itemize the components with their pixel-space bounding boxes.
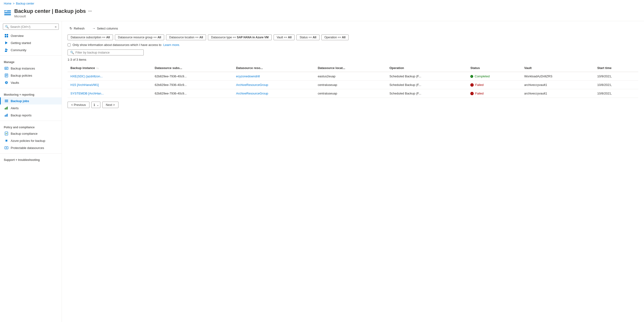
sidebar-item-vaults[interactable]: Vaults — [0, 79, 62, 86]
access-checkbox-row: Only show information about datasources … — [68, 43, 638, 47]
access-checkbox[interactable] — [68, 43, 71, 46]
policy-section-label: Policy and compliance — [0, 123, 62, 130]
sidebar-item-label: Vaults — [11, 81, 19, 84]
status-completed-icon: ✓ — [470, 75, 473, 78]
search-input[interactable] — [10, 25, 53, 28]
sidebar-item-label: Azure policies for backup — [11, 139, 45, 142]
item-count: 1-3 of 3 items — [68, 58, 638, 62]
collapse-sidebar-button[interactable]: « — [55, 25, 56, 28]
svg-point-9 — [7, 49, 8, 50]
col-datasource-subs[interactable]: Datasource subs... — [152, 64, 233, 72]
cell-datasource-locat: centraluseuap — [315, 89, 386, 98]
col-status[interactable]: Status — [468, 64, 521, 72]
page-header: Backup center | Backup jobs ··· Microsof… — [0, 7, 644, 21]
datasource-reso-link[interactable]: ArchiveResourceGroup — [236, 92, 268, 95]
sidebar-item-backup-reports[interactable]: Backup reports — [0, 112, 62, 119]
table-row: H15 [ArchHanaVM1] 62b829ee-7936-40c9... … — [68, 81, 638, 89]
filter-datasource-subscription[interactable]: Datasource subscription == All — [68, 34, 113, 40]
svg-rect-5 — [5, 36, 6, 37]
sidebar-item-label: Backup jobs — [11, 99, 29, 103]
sidebar-item-label: Backup policies — [11, 74, 32, 77]
filter-datasource-resource-group[interactable]: Datasource resource group == All — [115, 34, 164, 40]
sidebar-item-alerts[interactable]: Alerts — [0, 104, 62, 112]
svg-rect-2 — [4, 14, 11, 15]
more-options-button[interactable]: ··· — [88, 9, 92, 14]
azure-policies-icon — [4, 139, 8, 142]
sidebar-item-backup-jobs[interactable]: Backup jobs — [0, 97, 62, 104]
sidebar-item-label: Protectable datasources — [11, 146, 44, 150]
filter-search-icon: 🔍 — [70, 51, 74, 54]
cell-operation: Scheduled Backup (F... — [386, 72, 468, 81]
status-failed-icon: ! — [470, 92, 474, 95]
filter-status[interactable]: Status == All — [296, 34, 319, 40]
sidebar-item-backup-compliance[interactable]: Backup compliance — [0, 130, 62, 137]
cell-vault: WorkloadAzDrillZRS — [522, 72, 594, 81]
filter-operation[interactable]: Operation == All — [322, 34, 349, 40]
backup-instance-link[interactable]: H15 [ArchHanaVM1] — [70, 83, 99, 87]
filter-backup-instance-input[interactable] — [76, 51, 141, 54]
status-failed: !Failed — [470, 92, 518, 95]
getting-started-icon — [4, 41, 8, 45]
sidebar-search-area: 🔍 « — [0, 21, 62, 32]
cell-datasource-subs: 62b829ee-7936-40c9... — [152, 89, 233, 98]
sidebar-item-label: Community — [11, 48, 26, 52]
breadcrumb-home[interactable]: Home — [4, 2, 12, 5]
col-start-time[interactable]: Start time — [594, 64, 638, 72]
col-datasource-locat[interactable]: Datasource locat... — [315, 64, 386, 72]
next-button[interactable]: Next > — [102, 102, 118, 108]
col-vault[interactable]: Vault — [522, 64, 594, 72]
sidebar-item-azure-policies[interactable]: Azure policies for backup — [0, 137, 62, 144]
refresh-button[interactable]: ↻ Refresh — [68, 25, 86, 32]
col-datasource-reso[interactable]: Datasource reso... — [233, 64, 315, 72]
sidebar-item-protectable-datasources[interactable]: Protectable datasources — [0, 144, 62, 151]
status-completed: ✓Completed — [470, 74, 518, 78]
sidebar-item-label: Backup instances — [11, 67, 35, 70]
sidebar: 🔍 « Overview Getting started Community — [0, 21, 62, 322]
svg-rect-26 — [7, 114, 8, 116]
svg-rect-25 — [6, 114, 7, 116]
header-icon — [4, 9, 12, 17]
monitoring-section-label: Monitoring + reporting — [0, 90, 62, 97]
header-title-block: Backup center | Backup jobs ··· Microsof… — [14, 8, 640, 18]
cell-datasource-locat: centraluseuap — [315, 81, 386, 89]
cell-datasource-reso: ArchiveResourceGroup — [233, 81, 315, 89]
page-title: Backup center | Backup jobs ··· — [14, 8, 640, 14]
breadcrumb-current[interactable]: Backup center — [16, 2, 34, 5]
col-operation[interactable]: Operation — [386, 64, 468, 72]
sidebar-item-overview[interactable]: Overview — [0, 32, 62, 39]
learn-more-link[interactable]: Learn more. — [164, 43, 180, 47]
backup-instance-link[interactable]: HXE(SDC) [azdrillzon... — [70, 74, 103, 78]
sidebar-item-getting-started[interactable]: Getting started — [0, 39, 62, 46]
backup-policies-icon — [4, 74, 8, 77]
previous-button[interactable]: < Previous — [68, 102, 90, 108]
select-columns-icon: → — [92, 26, 96, 30]
breadcrumb: Home > Backup center — [0, 0, 644, 7]
community-icon — [4, 48, 8, 52]
svg-rect-1 — [4, 12, 11, 13]
sidebar-search-box[interactable]: 🔍 « — [3, 24, 59, 30]
vaults-icon — [4, 81, 8, 84]
svg-marker-7 — [5, 42, 8, 44]
table-header: Backup instance ↑↓ Datasource subs... Da… — [68, 64, 638, 72]
svg-rect-17 — [6, 76, 7, 76]
filter-datasource-type[interactable]: Datasource type == SAP HANA in Azure VM — [208, 34, 272, 40]
datasource-reso-link[interactable]: ecyzonedowndrill — [236, 74, 260, 78]
svg-rect-24 — [5, 115, 6, 116]
select-columns-button[interactable]: → Select columns — [90, 25, 120, 32]
sidebar-divider-4 — [0, 153, 62, 154]
page-select[interactable]: 1 — [91, 102, 100, 108]
backup-instance-link[interactable]: SYSTEMDB [ArchHan... — [70, 92, 104, 95]
datasource-reso-link[interactable]: ArchiveResourceGroup — [236, 83, 268, 87]
sidebar-item-label: Backup compliance — [11, 132, 38, 136]
cell-backup-instance: HXE(SDC) [azdrillzon... — [68, 72, 152, 81]
content-area: ↻ Refresh → Select columns Datasource su… — [62, 21, 644, 322]
filter-datasource-location[interactable]: Datasource location == All — [166, 34, 206, 40]
filter-vault[interactable]: Vault == All — [274, 34, 295, 40]
sidebar-item-backup-policies[interactable]: Backup policies — [0, 72, 62, 79]
sidebar-item-community[interactable]: Community — [0, 46, 62, 54]
svg-rect-11 — [5, 67, 8, 70]
sidebar-item-backup-instances[interactable]: Backup instances — [0, 65, 62, 72]
cell-datasource-subs: 62b829ee-7936-40c9... — [152, 81, 233, 89]
col-backup-instance[interactable]: Backup instance ↑↓ — [68, 64, 152, 72]
cell-status: !Failed — [468, 81, 521, 89]
